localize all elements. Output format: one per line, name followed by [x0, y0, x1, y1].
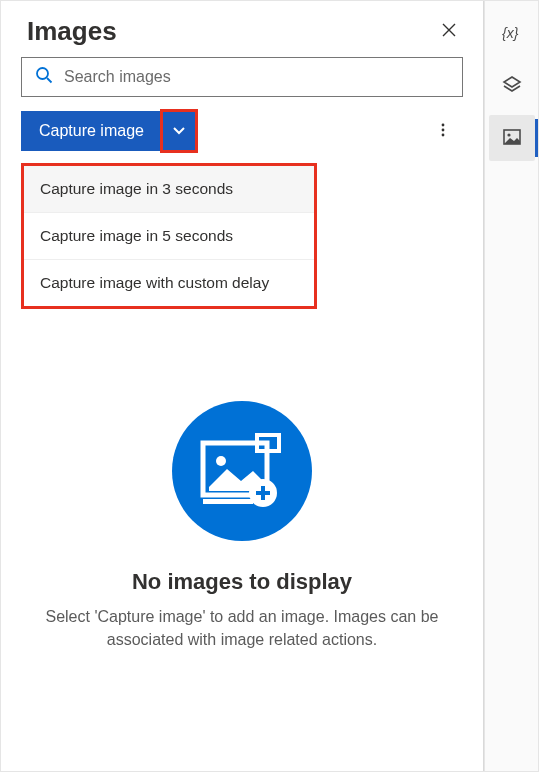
more-vertical-icon — [435, 122, 451, 141]
svg-point-3 — [442, 128, 445, 131]
toolbar: Capture image Capture image in 3 seconds… — [1, 111, 483, 151]
search-box[interactable] — [21, 57, 463, 97]
svg-line-1 — [47, 78, 52, 83]
search-row — [1, 57, 483, 111]
empty-title: No images to display — [132, 569, 352, 595]
capture-dropdown-menu: Capture image in 3 seconds Capture image… — [21, 163, 317, 309]
rail-variables-button[interactable]: {x} — [489, 11, 535, 57]
svg-point-2 — [442, 123, 445, 126]
dropdown-item-3s[interactable]: Capture image in 3 seconds — [24, 166, 314, 213]
empty-state: No images to display Select 'Capture ima… — [1, 401, 483, 651]
images-panel: Images Capture image — [1, 1, 484, 771]
capture-dropdown-button[interactable] — [162, 111, 196, 151]
panel-title: Images — [27, 16, 117, 47]
svg-point-0 — [37, 68, 48, 79]
capture-split-button: Capture image — [21, 111, 196, 151]
image-icon — [501, 126, 523, 151]
rail-ui-elements-button[interactable] — [489, 63, 535, 109]
dropdown-item-custom[interactable]: Capture image with custom delay — [24, 260, 314, 306]
empty-state-icon — [172, 401, 312, 541]
search-icon — [34, 65, 54, 89]
chevron-down-icon — [172, 123, 186, 140]
layers-icon — [501, 74, 523, 99]
svg-point-7 — [216, 456, 226, 466]
more-options-button[interactable] — [423, 111, 463, 151]
dropdown-item-5s[interactable]: Capture image in 5 seconds — [24, 213, 314, 260]
rail-images-button[interactable] — [489, 115, 535, 161]
panel-header: Images — [1, 1, 483, 57]
svg-rect-8 — [203, 499, 253, 504]
svg-point-12 — [507, 133, 510, 136]
svg-point-4 — [442, 133, 445, 136]
search-input[interactable] — [64, 68, 450, 86]
close-button[interactable] — [433, 15, 465, 47]
variables-icon: {x} — [501, 22, 523, 47]
close-icon — [441, 22, 457, 41]
capture-image-button[interactable]: Capture image — [21, 111, 162, 151]
svg-text:{x}: {x} — [502, 25, 519, 41]
empty-description: Select 'Capture image' to add an image. … — [41, 605, 443, 651]
right-rail: {x} — [484, 1, 538, 771]
